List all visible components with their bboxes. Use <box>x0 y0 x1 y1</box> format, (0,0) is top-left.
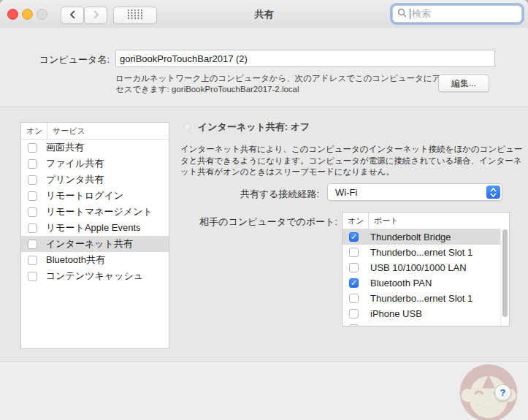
titlebar: 共有 検索 <box>0 0 528 28</box>
service-checkbox[interactable] <box>28 256 37 265</box>
port-row[interactable]: Thunderbo...ernet Slot 1 <box>343 291 509 306</box>
internet-sharing-description: インターネット共有により、このコンピュータのインターネット接続をほかのコンピュー… <box>180 144 522 178</box>
port-row[interactable]: USB 10/100/1000 LAN <box>343 260 509 275</box>
port-label: Thunderbo...ernet Slot 1 <box>370 293 472 304</box>
port-checkbox[interactable] <box>349 232 359 242</box>
ports-header-port: ポート <box>368 213 509 229</box>
service-checkbox[interactable] <box>28 143 37 153</box>
description-line: セスできます: goriBookProTouchBar2017-2.local <box>115 84 449 95</box>
port-row[interactable]: Bluetooth PAN <box>343 275 509 291</box>
services-rows: 画面共有 ファイル共有 プリンタ共有 リモートログイン リモートマネージメント … <box>21 140 169 284</box>
service-row[interactable]: インターネット共有 <box>21 236 169 252</box>
bottom-bar: ? <box>0 362 528 420</box>
port-checkbox[interactable] <box>349 278 359 288</box>
service-label: Bluetooth共有 <box>46 253 105 267</box>
service-label: インターネット共有 <box>46 237 133 251</box>
port-row[interactable] <box>343 321 509 327</box>
services-header-on: オン <box>21 126 47 137</box>
port-label: Bluetooth PAN <box>370 278 432 289</box>
port-label: USB 10/100/1000 LAN <box>370 262 467 273</box>
search-icon <box>397 7 407 20</box>
port-checkbox[interactable] <box>349 324 359 327</box>
port-checkbox[interactable] <box>349 294 359 303</box>
main-section: オン サービス 画面共有 ファイル共有 プリンタ共有 リモートログイン リモート… <box>0 107 528 362</box>
port-label: iPhone USB <box>370 308 422 319</box>
service-checkbox[interactable] <box>28 272 37 281</box>
ports-table: オン ポート Thunderbolt Bridge Thunderbo...er… <box>342 212 510 327</box>
question-mark-icon: ? <box>500 387 506 398</box>
internet-sharing-status-title: インターネット共有: オフ <box>198 121 310 134</box>
service-row[interactable]: コンテンツキャッシュ <box>21 268 169 284</box>
ports-label: 相手のコンピュータでのポート: <box>0 215 337 229</box>
service-label: 画面共有 <box>46 141 84 154</box>
description-line: ット共有がオンのときはスリープモードになりません。 <box>180 167 522 178</box>
ports-scrollbar-thumb[interactable] <box>502 229 508 317</box>
search-input[interactable]: 検索 <box>392 5 522 23</box>
text-caret <box>410 9 410 19</box>
dropdown-selected-value: Wi-Fi <box>335 187 486 198</box>
help-button[interactable]: ? <box>494 384 511 401</box>
service-checkbox[interactable] <box>28 240 37 249</box>
port-label: Thunderbo...ernet Slot 1 <box>370 247 472 258</box>
search-placeholder: 検索 <box>412 7 431 20</box>
computer-name-label: コンピュータ名: <box>0 53 110 66</box>
description-line: ローカルネットワーク上のコンピュータから、次のアドレスでこのコンピュータにアク <box>115 73 449 84</box>
dropdown-stepper-icon <box>486 186 500 199</box>
status-indicator-off <box>183 123 191 131</box>
description-line: インターネット共有により、このコンピュータのインターネット接続をほかのコンピュー <box>180 144 522 156</box>
computer-name-field[interactable] <box>115 50 495 67</box>
port-checkbox[interactable] <box>349 309 359 318</box>
service-checkbox[interactable] <box>28 159 37 169</box>
ports-scrollbar[interactable] <box>500 228 509 326</box>
computer-name-section: コンピュータ名: ローカルネットワーク上のコンピュータから、次のアドレスでこのコ… <box>0 28 528 107</box>
service-row[interactable]: プリンタ共有 <box>21 172 169 188</box>
edit-button[interactable]: 編集... <box>438 75 489 92</box>
computer-name-description: ローカルネットワーク上のコンピュータから、次のアドレスでこのコンピュータにアク … <box>115 73 449 95</box>
services-header-service: サービス <box>47 123 169 139</box>
ports-table-header: オン ポート <box>343 213 509 229</box>
service-label: ファイル共有 <box>46 157 104 170</box>
description-line: タと共有できるようになります。コンピュータが電源に接続されている場合、インターネ <box>180 156 522 167</box>
service-checkbox[interactable] <box>28 175 37 185</box>
service-row[interactable]: 画面共有 <box>21 140 169 156</box>
port-checkbox[interactable] <box>349 248 359 257</box>
sharing-preferences-window: 共有 検索 コンピュータ名: ローカルネットワーク上のコンピュータから、次のアド… <box>0 0 528 420</box>
ports-header-on: オン <box>343 215 368 226</box>
port-row[interactable]: Thunderbo...ernet Slot 1 <box>343 245 509 260</box>
port-label: Thunderbolt Bridge <box>370 232 451 243</box>
connection-source-dropdown[interactable]: Wi-Fi <box>327 183 502 201</box>
service-label: プリンタ共有 <box>46 173 104 186</box>
service-row[interactable]: ファイル共有 <box>21 156 169 172</box>
service-row[interactable]: Bluetooth共有 <box>21 252 169 268</box>
port-checkbox[interactable] <box>349 263 359 272</box>
connection-source-label: 共有する接続経路: <box>0 188 319 201</box>
services-table-header: オン サービス <box>21 123 169 140</box>
ports-rows: Thunderbolt Bridge Thunderbo...ernet Slo… <box>343 229 509 327</box>
port-row[interactable]: Thunderbolt Bridge <box>343 229 509 245</box>
port-row[interactable]: iPhone USB <box>343 306 509 321</box>
edit-button-label: 編集... <box>451 77 476 90</box>
service-label: コンテンツキャッシュ <box>46 270 143 283</box>
services-table: オン サービス 画面共有 ファイル共有 プリンタ共有 リモートログイン リモート… <box>20 122 169 349</box>
